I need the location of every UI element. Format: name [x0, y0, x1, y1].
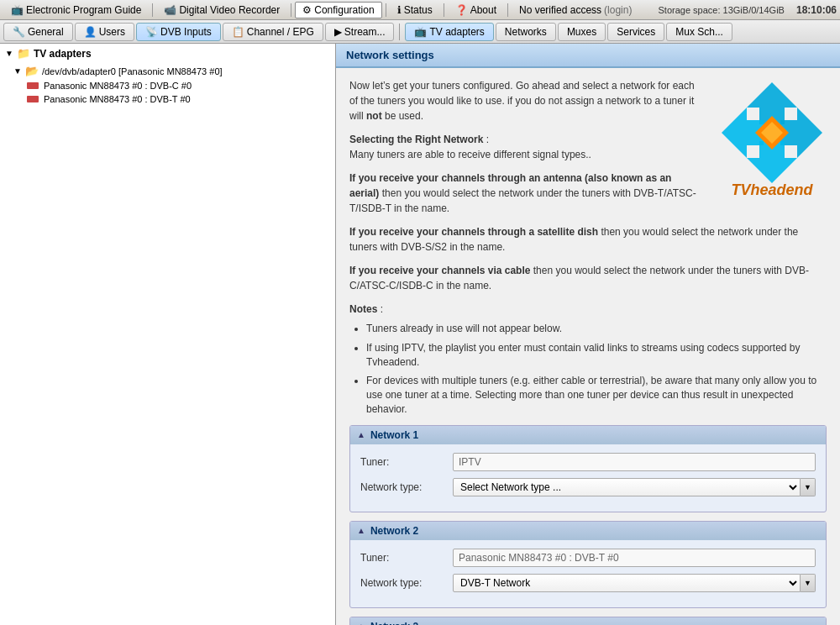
left-tree-panel: ▼ 📁 TV adapters ▼ 📂 /dev/dvb/adapter0 [P…: [0, 44, 336, 625]
device-red-icon-2: [27, 96, 39, 102]
tvheadend-logo: [717, 78, 827, 187]
main-toolbar: 🔧 General 👤 Users 📡 DVB Inputs 📋 Channel…: [0, 20, 840, 44]
separator: [444, 3, 444, 17]
channel-icon: 📋: [232, 26, 244, 38]
tree-leaf-dvbt[interactable]: Panasonic MN88473 #0 : DVB-T #0: [0, 92, 335, 106]
tree-leaf-dvbc[interactable]: Panasonic MN88473 #0 : DVB-C #0: [0, 79, 335, 92]
network-3-collapse-icon: ▲: [357, 622, 365, 625]
network-2-type-dropdown-btn[interactable]: ▼: [801, 574, 816, 592]
note-2: If using IPTV, the playlist you enter mu…: [366, 341, 827, 370]
tab-muxes[interactable]: Muxes: [558, 23, 606, 41]
btn-general[interactable]: 🔧 General: [3, 23, 73, 41]
network-2-type-select[interactable]: DVB-T Network Select Network type ...: [453, 574, 801, 592]
storage-label: Storage space: 13GiB/0/14GiB: [659, 5, 785, 15]
panel-content: TVheadend Now let’s get your tuners conf…: [336, 68, 840, 625]
network-1-type-select[interactable]: Select Network type ...: [453, 478, 801, 496]
note-3: For devices with multiple tuners (e.g. e…: [366, 374, 827, 416]
users-icon: 👤: [84, 26, 97, 38]
network-2-type-label: Network type:: [360, 577, 453, 589]
network-2-type-row: Network type: DVB-T Network Select Netwo…: [360, 574, 816, 592]
tv-icon: 📺: [11, 4, 24, 16]
network-1-type-dropdown-btn[interactable]: ▼: [801, 478, 816, 496]
tree-node-adapter[interactable]: ▼ 📂 /dev/dvb/adapter0 [Panasonic MN88473…: [0, 63, 335, 79]
node-folder-icon: 📂: [25, 65, 39, 77]
device-red-icon: [27, 82, 39, 89]
logo-area: TVheadend: [717, 78, 827, 199]
general-icon: 🔧: [13, 26, 25, 38]
note-1: Tuners already in use will not appear be…: [366, 322, 827, 336]
network-2-type-select-wrap: DVB-T Network Select Network type ... ▼: [453, 574, 816, 592]
network-2-body: Tuner: Network type: DVB-T Network Selec…: [350, 540, 826, 607]
network-1-type-row: Network type: Select Network type ... ▼: [360, 478, 816, 496]
gear-icon: ⚙: [302, 4, 312, 16]
network-1-tuner-label: Tuner:: [360, 456, 453, 468]
tab-networks[interactable]: Networks: [496, 23, 556, 41]
section4: If you receive your channels via cable t…: [349, 263, 827, 293]
network-1-body: Tuner: Network type: Select Network type…: [350, 444, 826, 512]
node-expand-icon: ▼: [13, 66, 22, 76]
tree-icon: 📁: [17, 47, 30, 60]
network-1-section: ▲ Network 1 Tuner: Network type: Select …: [349, 425, 827, 512]
network-2-collapse-icon: ▲: [357, 526, 365, 535]
network-1-collapse-icon: ▲: [357, 430, 365, 439]
network-2-tuner-input[interactable]: [453, 549, 816, 567]
separator: [507, 3, 508, 17]
network-2-section: ▲ Network 2 Tuner: Network type: DVB-T N…: [349, 521, 827, 608]
tab-tv-adapters[interactable]: 📺 TV adapters: [405, 23, 493, 41]
right-panel: Network settings TVheadend: [336, 44, 840, 625]
network-2-tuner-row: Tuner:: [360, 549, 816, 567]
menu-about[interactable]: ❓ About: [448, 2, 504, 18]
network-1-tuner-row: Tuner:: [360, 453, 816, 471]
tree-root[interactable]: ▼ 📁 TV adapters: [0, 44, 335, 63]
menu-status[interactable]: ℹ Status: [390, 2, 440, 18]
sep: [399, 24, 400, 40]
btn-dvb-inputs[interactable]: 📡 DVB Inputs: [136, 23, 221, 41]
tv-adapters-icon: 📺: [414, 26, 427, 38]
btn-users[interactable]: 👤 Users: [75, 23, 134, 41]
network-2-header[interactable]: ▲ Network 2: [350, 522, 826, 540]
network-2-tuner-label: Tuner:: [360, 552, 453, 564]
rec-icon: 📹: [164, 4, 176, 16]
about-icon: ❓: [455, 4, 468, 16]
network-3-header[interactable]: ▲ Network 3: [350, 617, 826, 625]
time-label: 18:10:06: [796, 4, 837, 16]
stream-icon: ▶: [334, 26, 342, 38]
info-icon: ℹ: [397, 4, 402, 16]
network-1-type-label: Network type:: [360, 481, 453, 493]
menu-dvr[interactable]: 📹 Digital Video Recorder: [156, 2, 287, 18]
separator: [152, 3, 153, 17]
network-1-tuner-input[interactable]: [453, 453, 816, 471]
tab-mux-sch[interactable]: Mux Sch...: [666, 23, 732, 41]
notes-list: Tuners already in use will not appear be…: [366, 322, 827, 417]
tab-services[interactable]: Services: [607, 23, 664, 41]
btn-channel-epg[interactable]: 📋 Channel / EPG: [223, 23, 323, 41]
logo-text: TVheadend: [717, 181, 827, 199]
top-menubar: 📺 Electronic Program Guide 📹 Digital Vid…: [0, 0, 840, 20]
menu-config[interactable]: ⚙ Configuration: [295, 2, 381, 18]
main-layout: ▼ 📁 TV adapters ▼ 📂 /dev/dvb/adapter0 [P…: [0, 44, 840, 625]
network-3-section: ▲ Network 3 Tuner: Network type: Select …: [349, 617, 827, 625]
network-1-header[interactable]: ▲ Network 1: [350, 426, 826, 444]
network-1-type-select-wrap: Select Network type ... ▼: [453, 478, 816, 496]
menu-epg[interactable]: 📺 Electronic Program Guide: [3, 2, 149, 18]
separator: [386, 3, 386, 17]
separator: [291, 3, 291, 17]
section3: If you receive your channels through a s…: [349, 224, 827, 255]
panel-header: Network settings: [336, 44, 840, 68]
folder-expand-icon: ▼: [5, 49, 13, 58]
notes-section: Notes : Tuners already in use will not a…: [349, 302, 827, 417]
menu-noaccess[interactable]: No verified access (login): [512, 2, 639, 18]
btn-stream[interactable]: ▶ Stream...: [325, 23, 395, 41]
dvb-icon: 📡: [145, 26, 158, 38]
